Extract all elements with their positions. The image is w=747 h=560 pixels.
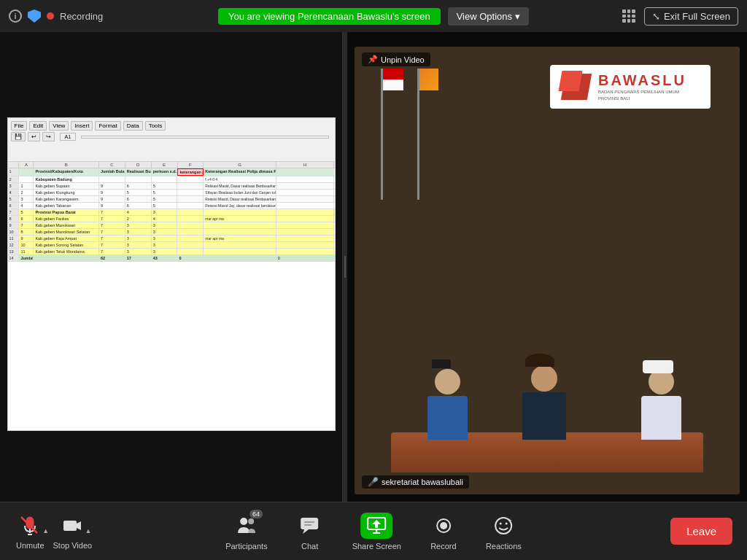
sheet-toolbar: File Edit View Insert Format Data Tools … xyxy=(8,118,335,162)
svg-marker-9 xyxy=(303,529,309,534)
svg-point-17 xyxy=(440,522,447,529)
chat-icon-area xyxy=(297,513,323,539)
svg-rect-8 xyxy=(301,518,319,529)
person-3 xyxy=(641,385,681,440)
record-icon-area xyxy=(430,513,457,539)
sheet-edit-btn[interactable]: Edit xyxy=(29,121,47,131)
table-row: 2 Kabupaten Badung f.+4 0 4 xyxy=(8,176,335,183)
video-chevron: ▲ xyxy=(85,527,91,534)
reactions-icon: + xyxy=(492,514,515,537)
svg-point-7 xyxy=(248,518,254,524)
mic-muted-icon xyxy=(17,513,43,539)
table-row: 1 Provinsi/Kabupaten/Kota Jumlah Bulan P… xyxy=(8,168,335,176)
view-options-button[interactable]: View Options ▾ xyxy=(448,7,529,26)
table-row: 11 9 Kab.geben Raja Ampat 7 3 3 mar apr … xyxy=(8,236,335,242)
reactions-label: Reactions xyxy=(486,542,522,551)
table-row: 14 Jumlah 62 17 43 0 0 xyxy=(8,255,335,262)
video-container: BAWASLU BADAN PENGAWAS PEMILIHAN UMUM PR… xyxy=(355,47,740,494)
reactions-icon-area: + xyxy=(490,513,516,539)
sheet-cell-ref: A1 xyxy=(60,133,77,141)
share-screen-label: Share Screen xyxy=(352,542,401,551)
share-screen-icon-area xyxy=(360,513,392,539)
table-row: 8 6 Kab.geben Fanlies 7 2 4 mar apr ma xyxy=(8,216,335,222)
sheet-undo-btn[interactable]: ↩ xyxy=(28,132,40,141)
sheet-save-btn[interactable]: 💾 xyxy=(11,132,26,141)
reactions-button[interactable]: + Reactions xyxy=(480,508,527,555)
video-panel: BAWASLU BADAN PENGAWAS PEMILIHAN UMUM PR… xyxy=(347,32,747,502)
participants-icon-area: 64 xyxy=(233,513,260,539)
chat-button[interactable]: Chat xyxy=(288,508,332,555)
sheet-insert-btn[interactable]: Insert xyxy=(71,121,93,131)
record-button[interactable]: Record xyxy=(422,508,465,555)
participants-count-badge: 64 xyxy=(249,510,263,518)
sheet-format-btn[interactable]: Format xyxy=(95,121,120,131)
top-bar-left: i Recording xyxy=(9,9,103,23)
svg-text:+: + xyxy=(508,517,511,524)
stop-video-icon-area: ▲ xyxy=(59,513,85,539)
camera-icon xyxy=(59,513,85,539)
share-screen-icon xyxy=(366,516,387,535)
chat-icon xyxy=(299,515,321,537)
unmute-chevron: ▲ xyxy=(42,527,49,534)
spreadsheet: File Edit View Insert Format Data Tools … xyxy=(7,117,336,431)
sheet-content: A B C D E F G H 1 Provinsi/Kabupaten/Kot… xyxy=(8,162,335,262)
table-row: 5 3 Kab.geben Karangasem 9 6 5 Reisosi M… xyxy=(8,196,335,203)
shield-icon xyxy=(28,9,41,23)
participants-button[interactable]: 64 Participants xyxy=(220,508,273,555)
exit-fullscreen-button[interactable]: ⤡ Exit Full Screen xyxy=(644,7,738,26)
unmute-label: Unmute xyxy=(16,541,44,550)
svg-point-6 xyxy=(240,518,247,525)
flag-orange xyxy=(413,69,442,200)
table-row: 4 2 Kab.geben Klungkung 9 5 5 Sifayan Re… xyxy=(8,190,335,196)
record-icon xyxy=(432,514,455,537)
stop-video-label: Stop Video xyxy=(53,541,93,550)
table-row: 10 8 Kab.geben Manokwari Selatan 7 3 3 xyxy=(8,229,335,236)
sheet-formula-bar[interactable] xyxy=(81,136,328,139)
leave-button[interactable]: Leave xyxy=(670,518,732,545)
flags-area xyxy=(376,69,442,200)
sheet-file-btn[interactable]: File xyxy=(11,121,28,131)
grid-view-icon[interactable] xyxy=(622,9,635,23)
sheet-data-btn[interactable]: Data xyxy=(123,121,143,131)
stop-video-control[interactable]: ▲ Stop Video xyxy=(49,510,97,553)
bawaslu-sign: BAWASLU BADAN PENGAWAS PEMILIHAN UMUM PR… xyxy=(550,65,711,109)
main-content: File Edit View Insert Format Data Tools … xyxy=(0,32,747,502)
sheet-col-headers: A B C D E F G H xyxy=(8,162,335,168)
share-screen-button[interactable]: Share Screen xyxy=(347,508,407,555)
table-row: 13 11 Kab.geben Teluk Wondama 7 3 3 xyxy=(8,249,335,255)
sheet-icon-row: 💾 ↩ ↪ A1 xyxy=(11,132,332,141)
svg-point-19 xyxy=(500,522,502,524)
sheet-view-btn[interactable]: View xyxy=(49,121,69,131)
bawaslu-text-area: BAWASLU BADAN PENGAWAS PEMILIHAN UMUM PR… xyxy=(598,72,700,101)
flag-red-white xyxy=(376,69,406,200)
bawaslu-title: BAWASLU xyxy=(598,72,700,89)
top-bar-center: You are viewing Perencanaan Bawaslu's sc… xyxy=(218,7,529,26)
sheet-tools-btn[interactable]: Tools xyxy=(145,121,166,131)
mic-off-icon: 🎤 xyxy=(368,477,379,487)
top-bar-right: ⤡ Exit Full Screen xyxy=(622,7,738,26)
meeting-room-video: BAWASLU BADAN PENGAWAS PEMILIHAN UMUM PR… xyxy=(355,47,740,494)
table-row: 7 5 Provinsi Papua Barat 7 4 3 xyxy=(8,209,335,216)
record-label: Record xyxy=(430,542,456,551)
sheet-redo-btn[interactable]: ↪ xyxy=(42,132,55,141)
person-1 xyxy=(427,385,468,440)
unmute-control[interactable]: ▲ Unmute xyxy=(15,510,46,553)
unmute-icon-area: ▲ xyxy=(17,513,43,539)
recording-indicator xyxy=(47,12,54,20)
chat-label: Chat xyxy=(301,542,318,551)
participants-label: Participants xyxy=(225,542,267,551)
bawaslu-logo-area: BAWASLU BADAN PENGAWAS PEMILIHAN UMUM PR… xyxy=(560,71,700,103)
toolbar-right-controls: Leave xyxy=(670,518,732,545)
person-2 xyxy=(522,381,566,440)
svg-rect-4 xyxy=(63,521,77,531)
info-icon[interactable]: i xyxy=(9,9,22,23)
viewing-banner: You are viewing Perencanaan Bawaslu's sc… xyxy=(218,8,441,25)
toolbar-left-controls: ▲ Unmute ▲ Stop Video xyxy=(15,510,96,553)
bawaslu-subtitle: BADAN PENGAWAS PEMILIHAN UMUM PROVINSI B… xyxy=(598,89,700,101)
table-row: 12 10 Kab.geben Sorong Selatan 7 3 3 xyxy=(8,242,335,249)
unpin-video-button[interactable]: 📌 Unpin Video xyxy=(362,52,430,66)
svg-marker-15 xyxy=(372,520,381,528)
recording-label: Recording xyxy=(60,11,103,22)
bawaslu-logo-icon xyxy=(560,71,592,103)
participant-name-label: 🎤 sekretariat bawaslubali xyxy=(362,475,469,489)
